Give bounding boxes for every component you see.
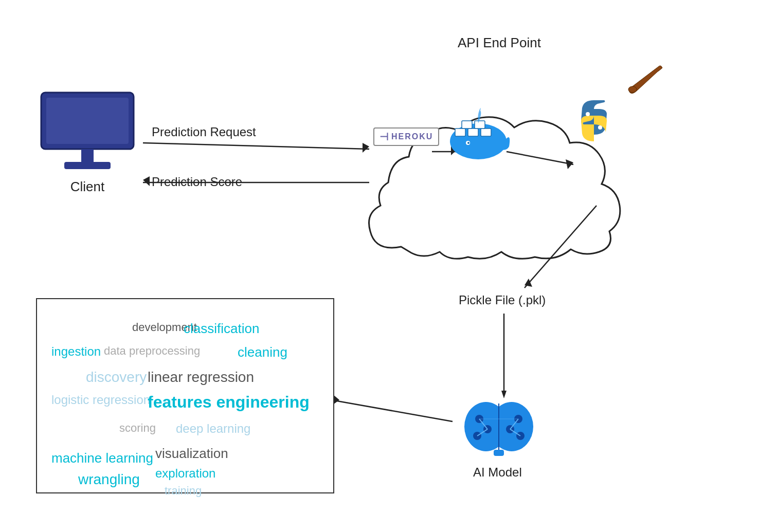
svg-line-0 <box>143 143 369 149</box>
monitor-icon <box>36 87 139 175</box>
svg-marker-1 <box>363 143 369 153</box>
wordcloud-word: scoring <box>119 421 156 435</box>
wordcloud-word: discovery <box>86 369 147 386</box>
svg-rect-20 <box>468 129 478 136</box>
svg-rect-15 <box>46 98 129 144</box>
svg-point-28 <box>628 86 637 93</box>
horn-icon <box>627 62 663 100</box>
svg-rect-22 <box>462 121 472 129</box>
wordcloud-box: developmentclassificationingestiondata p… <box>36 298 334 493</box>
svg-marker-3 <box>143 176 150 186</box>
wordcloud-word: visualization <box>155 446 228 462</box>
svg-line-6 <box>507 152 573 164</box>
svg-rect-16 <box>81 149 94 162</box>
heroku-label: HEROKU <box>391 132 433 141</box>
wordcloud-word: wrangling <box>78 471 140 488</box>
svg-rect-17 <box>64 162 111 169</box>
wordcloud-word: exploration <box>155 466 215 481</box>
pickle-file-label: Pickle File (.pkl) <box>459 293 546 307</box>
ai-brain-section <box>458 396 540 465</box>
client-label: Client <box>70 179 104 195</box>
wordcloud-inner: developmentclassificationingestiondata p… <box>37 299 333 492</box>
heroku-box: ⊣ HEROKU <box>373 127 439 146</box>
svg-rect-23 <box>475 121 485 129</box>
wordcloud-word: deep learning <box>176 421 250 436</box>
wordcloud-word: training <box>165 484 202 498</box>
svg-marker-9 <box>525 279 532 287</box>
docker-section: docker <box>442 103 514 167</box>
python-flask-section: Flask / Python <box>571 98 617 146</box>
prediction-score-label: Prediction Score <box>152 175 242 189</box>
svg-point-25 <box>467 142 469 144</box>
heroku-icon: ⊣ <box>380 131 388 143</box>
ai-model-label: AI Model <box>473 465 522 480</box>
svg-point-26 <box>586 112 590 116</box>
svg-line-12 <box>337 401 453 421</box>
svg-rect-21 <box>481 129 491 136</box>
wordcloud-word: data preprocessing <box>104 344 200 358</box>
svg-point-27 <box>598 125 602 130</box>
wordcloud-word: classification <box>184 321 259 337</box>
api-endpoint-label: API End Point <box>458 35 541 51</box>
svg-line-8 <box>525 206 597 288</box>
main-diagram: API End Point Client Prediction Request … <box>0 0 777 532</box>
wordcloud-word: cleaning <box>238 344 287 360</box>
svg-rect-43 <box>494 450 504 456</box>
svg-marker-7 <box>566 159 573 169</box>
wordcloud-word: ingestion <box>51 344 101 359</box>
wordcloud-word: machine learning <box>51 450 153 466</box>
client-section: Client <box>36 87 139 195</box>
wordcloud-word: features engineering <box>148 393 310 412</box>
prediction-request-label: Prediction Request <box>152 125 256 139</box>
wordcloud-word: logistic regression <box>51 393 150 407</box>
wordcloud-word: linear regression <box>148 369 254 386</box>
svg-rect-19 <box>455 129 465 136</box>
